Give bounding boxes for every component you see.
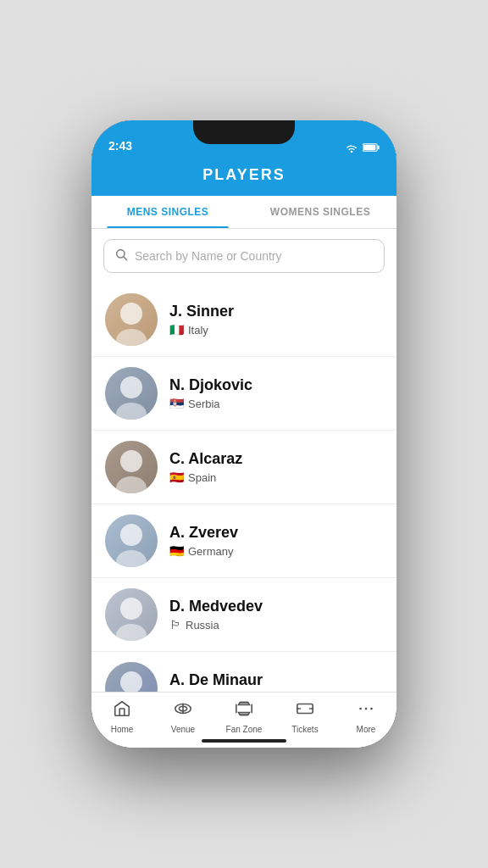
player-flag-zverev: 🇩🇪 [169,544,184,558]
nav-item-tickets[interactable]: Tickets [274,699,336,734]
nav-item-home[interactable]: Home [92,699,152,734]
search-icon [114,248,128,264]
nav-label-home: Home [111,725,134,734]
player-country-djokovic: 🇷🇸Serbia [169,397,383,410]
nav-item-venue[interactable]: Venue [152,699,214,734]
app-header: PLAYERS [92,158,396,196]
player-info-sinner: J. Sinner🇮🇹Italy [169,303,383,337]
player-avatar-deminaur [105,662,158,692]
search-container: Search by Name or Country [92,229,396,283]
svg-line-4 [124,257,127,260]
svg-marker-27 [239,713,250,715]
svg-point-10 [120,376,142,398]
svg-point-13 [120,450,142,472]
player-country-zverev: 🇩🇪Germany [169,544,383,558]
svg-point-7 [120,303,142,325]
page-title: PLAYERS [105,166,383,184]
wifi-icon [345,142,358,153]
player-name-deminaur: A. De Minaur [169,671,383,689]
player-avatar-alcaraz [105,441,158,493]
venue-icon [174,699,192,722]
player-info-alcaraz: C. Alcaraz🇪🇸Spain [169,450,383,484]
player-name-zverev: A. Zverev [169,524,383,542]
battery-icon [363,142,380,153]
home-icon [113,699,131,722]
player-item-alcaraz[interactable]: C. Alcaraz🇪🇸Spain [92,431,396,504]
player-country-name-sinner: Italy [188,324,208,337]
player-flag-sinner: 🇮🇹 [169,323,184,337]
player-name-medvedev: D. Medvedev [169,598,383,615]
nav-label-venue: Venue [171,725,195,734]
player-country-sinner: 🇮🇹Italy [169,323,383,337]
player-avatar-zverev [105,515,158,567]
svg-rect-2 [363,145,375,150]
search-placeholder: Search by Name or Country [135,249,282,263]
svg-rect-1 [378,146,380,149]
player-flag-medvedev: 🏳 [169,618,181,632]
status-time: 2:43 [108,139,132,153]
nav-item-fanzone[interactable]: Fan Zone [214,699,274,734]
home-indicator [202,739,286,743]
tab-womens-singles[interactable]: WOMENS SINGLES [244,196,396,228]
player-avatar-djokovic [105,367,158,420]
player-info-deminaur: A. De Minaur🇦🇺Australia [169,671,383,692]
player-country-name-medvedev: Russia [186,619,219,632]
status-icons [345,142,380,153]
nav-label-tickets: Tickets [291,725,318,734]
player-item-deminaur[interactable]: A. De Minaur🇦🇺Australia [92,652,396,692]
player-country-name-alcaraz: Spain [188,471,216,484]
tabs-container: MENS SINGLES WOMENS SINGLES [92,196,396,229]
player-info-djokovic: N. Djokovic🇷🇸Serbia [169,376,383,410]
player-country-alcaraz: 🇪🇸Spain [169,470,383,484]
tab-mens-singles[interactable]: MENS SINGLES [92,196,244,228]
svg-point-19 [120,598,142,620]
nav-label-more: More [357,725,376,734]
player-item-djokovic[interactable]: N. Djokovic🇷🇸Serbia [92,357,396,431]
player-item-zverev[interactable]: A. Zverev🇩🇪Germany [92,504,396,578]
nav-item-more[interactable]: More [336,699,396,734]
player-item-sinner[interactable]: J. Sinner🇮🇹Italy [92,283,396,357]
svg-point-31 [359,708,362,710]
player-flag-djokovic: 🇷🇸 [169,397,184,410]
player-avatar-sinner [105,293,158,346]
nav-label-fanzone: Fan Zone [226,725,263,734]
player-flag-alcaraz: 🇪🇸 [169,470,184,484]
player-name-alcaraz: C. Alcaraz [169,450,383,468]
svg-marker-26 [239,703,250,705]
player-country-name-djokovic: Serbia [188,398,220,410]
player-list: J. Sinner🇮🇹ItalyN. Djokovic🇷🇸SerbiaC. Al… [92,283,396,692]
player-name-djokovic: N. Djokovic [169,376,383,394]
player-avatar-medvedev [105,588,158,641]
tickets-icon [296,699,314,722]
player-country-medvedev: 🏳Russia [169,618,383,632]
svg-point-33 [370,708,373,710]
player-item-medvedev[interactable]: D. Medvedev🏳Russia [92,578,396,652]
svg-point-32 [365,708,368,710]
fanzone-icon [235,699,253,722]
player-info-zverev: A. Zverev🇩🇪Germany [169,524,383,558]
search-box[interactable]: Search by Name or Country [103,239,385,273]
player-info-medvedev: D. Medvedev🏳Russia [169,598,383,632]
more-icon [357,699,375,722]
svg-point-16 [120,524,142,546]
player-country-name-zverev: Germany [188,545,233,558]
player-name-sinner: J. Sinner [169,303,383,320]
